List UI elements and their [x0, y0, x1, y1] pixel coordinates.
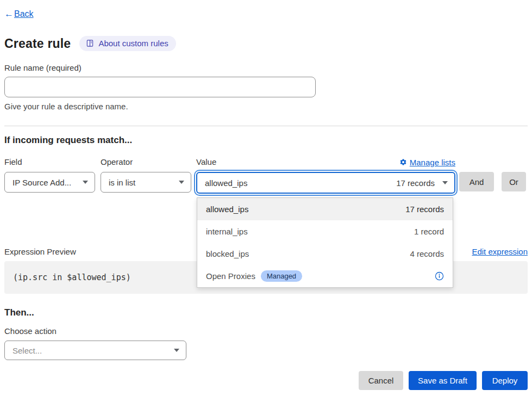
action-select[interactable]: Select...: [4, 341, 186, 360]
footer-actions: Cancel Save as Draft Deploy: [4, 371, 528, 390]
field-select-value: IP Source Add...: [12, 178, 71, 187]
value-select[interactable]: allowed_ips 17 records: [196, 172, 455, 194]
list-option-name: blocked_ips: [206, 249, 249, 258]
title-row: Create rule About custom rules: [4, 36, 528, 51]
or-button[interactable]: Or: [502, 172, 526, 191]
chevron-down-icon: [174, 349, 179, 352]
rule-name-helper: Give your rule a descriptive name.: [4, 102, 528, 111]
choose-action-label: Choose action: [4, 326, 528, 336]
list-option-allowed-ips[interactable]: allowed_ips 17 records: [197, 198, 453, 220]
list-option-name: allowed_ips: [206, 205, 248, 214]
value-header: Value Manage lists: [196, 157, 455, 167]
about-custom-rules-link[interactable]: About custom rules: [79, 36, 176, 51]
list-option-blocked-ips[interactable]: blocked_ips 4 records: [197, 243, 453, 265]
list-option-open-proxies[interactable]: Open Proxies Managed: [197, 265, 453, 287]
deploy-button[interactable]: Deploy: [482, 371, 528, 390]
section-divider: [4, 126, 528, 126]
cancel-button[interactable]: Cancel: [359, 371, 403, 390]
value-select-value: allowed_ips: [205, 178, 247, 188]
field-column: Field IP Source Add...: [4, 157, 95, 194]
list-option-count: 17 records: [405, 205, 444, 214]
list-dropdown: allowed_ips 17 records internal_ips 1 re…: [197, 197, 453, 288]
back-link-label: Back: [14, 9, 34, 19]
list-option-count: 1 record: [414, 227, 444, 236]
edit-expression-link[interactable]: Edit expression: [472, 247, 528, 256]
list-option-count: 4 records: [410, 249, 444, 258]
create-rule-page: ← Back Create rule About custom rules Ru…: [0, 0, 532, 390]
condition-row: Field IP Source Add... Operator is in li…: [4, 157, 528, 194]
book-icon: [86, 39, 94, 47]
value-label: Value: [196, 157, 216, 167]
save-as-draft-button[interactable]: Save as Draft: [409, 371, 477, 390]
back-link[interactable]: ← Back: [4, 9, 34, 20]
value-select-count: 17 records: [396, 178, 435, 188]
chevron-down-icon: [442, 181, 448, 184]
operator-select-value: is in list: [109, 178, 135, 187]
chevron-down-icon: [83, 181, 88, 184]
then-heading: Then...: [4, 307, 528, 318]
list-option-name: Open Proxies: [206, 271, 255, 281]
chevron-down-icon: [179, 181, 184, 184]
field-label: Field: [4, 157, 95, 167]
andor-buttons: And Or: [459, 172, 526, 194]
operator-select[interactable]: is in list: [101, 172, 191, 193]
action-select-placeholder: Select...: [12, 346, 42, 355]
operator-label: Operator: [101, 157, 191, 167]
gear-icon: [399, 158, 407, 166]
rule-name-label: Rule name (required): [4, 63, 528, 72]
list-option-internal-ips[interactable]: internal_ips 1 record: [197, 220, 453, 243]
info-icon[interactable]: [435, 271, 444, 281]
rule-name-input[interactable]: [4, 77, 316, 97]
managed-badge: Managed: [261, 270, 302, 282]
expression-preview-label: Expression Preview: [4, 247, 76, 256]
match-heading: If incoming requests match...: [4, 135, 528, 146]
back-arrow-icon: ←: [4, 9, 14, 20]
page-title: Create rule: [4, 36, 71, 51]
operator-column: Operator is in list: [101, 157, 191, 194]
expression-code: (ip.src in $allowed_ips): [13, 273, 131, 282]
value-column: Value Manage lists allowed_ips 17 record…: [196, 157, 455, 194]
manage-lists-link[interactable]: Manage lists: [399, 158, 455, 167]
about-custom-rules-label: About custom rules: [98, 39, 168, 48]
and-button[interactable]: And: [459, 172, 494, 191]
manage-lists-label: Manage lists: [410, 158, 455, 167]
field-select[interactable]: IP Source Add...: [4, 172, 95, 193]
list-option-name: internal_ips: [206, 227, 248, 236]
